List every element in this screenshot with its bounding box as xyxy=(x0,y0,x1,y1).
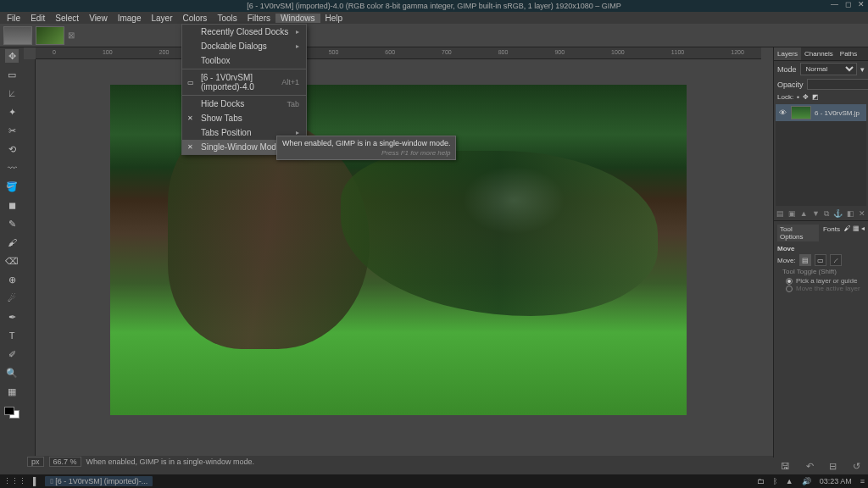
opacity-input[interactable] xyxy=(807,79,868,90)
fuzzy-select-tool-icon[interactable]: ✦ xyxy=(5,105,19,119)
save-preset-icon[interactable]: 🖫 xyxy=(781,461,790,471)
opt-pick-layer[interactable]: Pick a layer or guide xyxy=(777,277,865,285)
free-select-tool-icon[interactable]: ⟀ xyxy=(5,86,19,100)
tray-volume-icon[interactable]: 🔊 xyxy=(802,477,811,485)
menu-show-tabs[interactable]: ✕ Show Tabs xyxy=(182,111,306,125)
merge-layer-icon[interactable]: ⚓ xyxy=(833,209,843,219)
check-icon: ✕ xyxy=(187,143,193,151)
tray-network-icon[interactable]: ▲ xyxy=(786,477,793,485)
submenu-arrow-icon: ▸ xyxy=(296,28,299,36)
layer-name[interactable]: 6 - 1V0rvSM.jp xyxy=(815,109,860,117)
pattern-tab-icon[interactable]: ▦ xyxy=(853,225,860,241)
menu-hide-docks[interactable]: Hide DocksTab xyxy=(182,97,306,111)
menu-separator xyxy=(182,95,306,96)
reset-preset-icon[interactable]: ↺ xyxy=(853,461,860,472)
smudge-tool-icon[interactable]: ☄ xyxy=(5,291,19,305)
lock-position-icon[interactable]: ✥ xyxy=(803,93,809,101)
color-swatch[interactable] xyxy=(4,407,19,419)
panel-tab-paths[interactable]: Paths xyxy=(837,47,860,60)
ruler-tick: 100 xyxy=(103,49,113,55)
tool-options-tab[interactable]: Tool Options xyxy=(777,225,819,241)
menu-layer[interactable]: Layer xyxy=(146,14,177,23)
menu-open-document[interactable]: ▭ [6 - 1V0rvSM] (imported)-4.0Alt+1 xyxy=(182,70,306,94)
move-selection-icon[interactable]: ▭ xyxy=(815,254,826,266)
menu-windows[interactable]: Windows xyxy=(275,14,320,23)
menu-image[interactable]: Image xyxy=(113,14,147,23)
opt-move-active[interactable]: Move the active layer xyxy=(777,285,865,292)
delete-layer-icon[interactable]: ✕ xyxy=(859,209,865,219)
lock-alpha-icon[interactable]: ◩ xyxy=(812,93,819,101)
menu-tools[interactable]: Tools xyxy=(212,14,242,23)
text-tool-icon[interactable]: T xyxy=(5,329,19,342)
clone-tool-icon[interactable]: ⊕ xyxy=(5,273,19,286)
bucket-fill-tool-icon[interactable]: 🪣 xyxy=(5,180,19,193)
minimize-icon[interactable]: — xyxy=(831,0,838,8)
move-path-icon[interactable]: ⟋ xyxy=(830,254,842,266)
status-message: When enabled, GIMP is in a single-window… xyxy=(86,458,254,466)
menu-view[interactable]: View xyxy=(84,14,113,23)
mask-layer-icon[interactable]: ◧ xyxy=(847,209,854,219)
tray-folder-icon[interactable]: 🗀 xyxy=(757,477,765,485)
check-icon: ✕ xyxy=(187,114,193,122)
close-icon[interactable]: ✕ xyxy=(858,0,865,8)
rect-select-tool-icon[interactable]: ▭ xyxy=(5,68,19,81)
move-layer-icon[interactable]: ▤ xyxy=(799,254,811,266)
app-menu-icon[interactable]: ⋮⋮⋮ xyxy=(3,477,26,485)
fonts-tab[interactable]: Fonts xyxy=(821,225,843,241)
zoom-selector[interactable]: 66.7 % xyxy=(49,457,81,467)
close-tab-icon[interactable]: ⊠ xyxy=(68,30,75,40)
mode-label: Mode xyxy=(777,65,797,74)
menu-help[interactable]: Help xyxy=(320,14,348,23)
warp-tool-icon[interactable]: 〰 xyxy=(5,161,19,175)
panel-tab-layers[interactable]: Layers xyxy=(774,47,801,60)
paintbrush-tool-icon[interactable]: 🖌 xyxy=(5,236,19,249)
lock-pixels-icon[interactable]: ▪ xyxy=(797,93,799,101)
panel-tab-channels[interactable]: Channels xyxy=(801,47,837,60)
visibility-icon[interactable]: 👁 xyxy=(777,108,787,117)
layer-item[interactable]: 👁 6 - 1V0rvSM.jp xyxy=(776,104,866,121)
mode-select[interactable]: Normal xyxy=(800,63,857,75)
unit-selector[interactable]: px xyxy=(27,457,44,467)
activities-icon[interactable]: ▌ xyxy=(33,477,38,485)
menu-filters[interactable]: Filters xyxy=(242,14,275,23)
move-tool-icon[interactable]: ✥ xyxy=(5,49,19,63)
measure-tool-icon[interactable]: ▦ xyxy=(5,385,19,398)
maximize-icon[interactable]: ◻ xyxy=(845,0,851,8)
color-picker-tool-icon[interactable]: ✐ xyxy=(5,347,19,361)
delete-preset-icon[interactable]: ⊟ xyxy=(829,461,837,472)
mode-arrow-icon[interactable]: ▾ xyxy=(860,65,865,74)
tray-menu-icon[interactable]: ≡ xyxy=(860,477,865,485)
menu-select[interactable]: Select xyxy=(50,14,84,23)
eraser-tool-icon[interactable]: ⌫ xyxy=(5,254,19,268)
duplicate-layer-icon[interactable]: ⧉ xyxy=(824,209,829,219)
canvas-viewport[interactable] xyxy=(36,59,761,468)
crop-tool-icon[interactable]: ✂ xyxy=(5,124,19,137)
brush-tab-icon[interactable]: 🖌 xyxy=(844,225,851,241)
menu-file[interactable]: File xyxy=(2,14,25,23)
ruler-tick: 1100 xyxy=(671,49,685,55)
menubar: FileEditSelectViewImageLayerColorsToolsF… xyxy=(0,12,868,24)
menu-dockable-dialogs[interactable]: Dockable Dialogs▸ xyxy=(182,39,306,53)
lower-layer-icon[interactable]: ▼ xyxy=(812,209,820,219)
tooltip: When enabled, GIMP is in a single-window… xyxy=(276,136,456,160)
raise-layer-icon[interactable]: ▲ xyxy=(800,209,808,219)
gradient-tool-icon[interactable]: ◼ xyxy=(5,198,19,212)
menu-edit[interactable]: Edit xyxy=(25,14,50,23)
new-layer-icon[interactable]: ▤ xyxy=(776,209,784,219)
pencil-tool-icon[interactable]: ✎ xyxy=(5,217,19,230)
tray-clock[interactable]: 03:23 AM xyxy=(820,477,852,485)
zoom-tool-icon[interactable]: 🔍 xyxy=(5,366,19,380)
tray-bluetooth-icon[interactable]: ᛒ xyxy=(773,477,777,485)
menu-colors[interactable]: Colors xyxy=(177,14,212,23)
path-tool-icon[interactable]: ✒ xyxy=(5,310,19,324)
dock-menu-icon[interactable]: ◂ xyxy=(861,225,865,241)
window-titlebar: [6 - 1V0rvSM] (imported)-4.0 (RGB color … xyxy=(0,0,868,12)
tool-options-panel: Tool Options Fonts 🖌 ▦ ◂ Move Move: ▤ ▭ … xyxy=(774,220,868,296)
menu-recently-closed[interactable]: Recently Closed Docks▸ xyxy=(182,25,306,39)
taskbar-app[interactable]: 🪊 [6 - 1V0rvSM] (imported)-... xyxy=(45,476,153,486)
transform-tool-icon[interactable]: ⟲ xyxy=(5,142,19,156)
menu-toolbox[interactable]: Toolbox xyxy=(182,53,306,68)
layer-group-icon[interactable]: ▣ xyxy=(788,209,796,219)
document-thumb[interactable] xyxy=(36,26,64,45)
restore-preset-icon[interactable]: ↶ xyxy=(806,461,814,472)
